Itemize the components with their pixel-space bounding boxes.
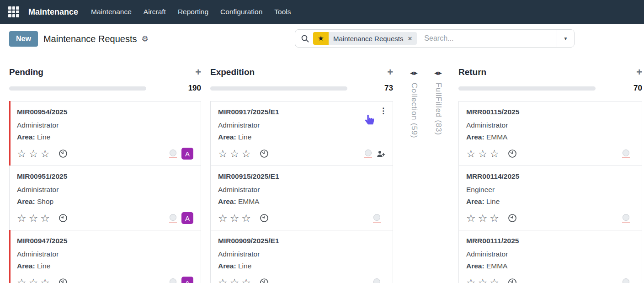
kanban-card[interactable]: MIR00947/2025 Administrator Area: Line ☆… bbox=[9, 230, 201, 283]
priority-stars[interactable]: ☆☆☆ bbox=[218, 149, 253, 159]
apps-grid-icon[interactable] bbox=[8, 6, 19, 17]
card-owner: Engineer bbox=[466, 184, 634, 196]
menu-aircraft[interactable]: Aircraft bbox=[144, 8, 166, 16]
kanban-card[interactable]: MRR00111/2025 Administrator Area: EMMA ☆… bbox=[458, 230, 642, 283]
card-title: MRR00114/2025 bbox=[466, 172, 634, 181]
expand-column-icon[interactable]: ◀▶ bbox=[434, 70, 442, 75]
add-card-button[interactable]: + bbox=[636, 67, 642, 77]
column-count: 73 bbox=[384, 84, 393, 93]
priority-stars[interactable]: ☆☆☆ bbox=[466, 278, 501, 283]
card-title: MIR00947/2025 bbox=[17, 237, 193, 245]
card-title: MIR00917/2025/E1 bbox=[218, 108, 385, 116]
search-facet: ★ Maintenance Requests ✕ bbox=[313, 32, 417, 45]
priority-stars[interactable]: ☆☆☆ bbox=[218, 278, 253, 283]
column-progressbar[interactable] bbox=[458, 86, 596, 91]
priority-stars[interactable]: ☆☆☆ bbox=[218, 213, 253, 224]
add-card-button[interactable]: + bbox=[195, 67, 201, 77]
avatar[interactable]: A bbox=[181, 277, 193, 283]
column-count: 70 bbox=[633, 84, 642, 93]
activity-clock-icon[interactable] bbox=[59, 149, 68, 158]
search-dropdown-toggle[interactable]: ▼ bbox=[557, 30, 574, 47]
kanban-card[interactable]: MRR00115/2025 Administrator Area: EMMA ☆… bbox=[458, 101, 642, 166]
status-circle[interactable] bbox=[622, 150, 630, 158]
column-title: Return bbox=[458, 67, 486, 77]
card-area: Area: EMMA bbox=[466, 260, 634, 272]
card-owner: Administrator bbox=[466, 119, 634, 131]
card-owner: Administrator bbox=[17, 119, 193, 131]
kanban-card[interactable]: MIR00954/2025 Administrator Area: Line ☆… bbox=[9, 101, 201, 166]
column-count: 190 bbox=[188, 84, 201, 93]
menu-configuration[interactable]: Configuration bbox=[220, 8, 262, 16]
card-menu-icon[interactable]: ⋮ bbox=[379, 106, 387, 116]
top-menu: Maintenance Aircraft Reporting Configura… bbox=[91, 8, 291, 16]
card-area: Area: Line bbox=[17, 260, 193, 272]
kanban-column-fullfilled-collapsed[interactable]: ◀▶ FullFilled (83) bbox=[430, 70, 447, 135]
expand-column-icon[interactable]: ◀▶ bbox=[410, 70, 418, 75]
activity-clock-icon[interactable] bbox=[260, 214, 269, 223]
avatar[interactable]: A bbox=[181, 212, 193, 224]
kanban-card[interactable]: MIR00915/2025/E1 Administrator Area: EMM… bbox=[210, 166, 393, 230]
kanban-card[interactable]: MIR00951/2025 Administrator Area: Shop ☆… bbox=[9, 166, 201, 230]
kanban-card[interactable]: MRR00114/2025 Engineer Area: Line ☆☆☆ bbox=[458, 166, 642, 230]
card-area: Area: EMMA bbox=[466, 131, 634, 143]
search-facet-label: Maintenance Requests bbox=[333, 35, 403, 43]
add-card-button[interactable]: + bbox=[387, 67, 393, 77]
status-circle[interactable] bbox=[169, 278, 177, 283]
page-title: Maintenance Requests bbox=[43, 34, 137, 44]
card-area: Area: Line bbox=[218, 131, 385, 143]
column-progressbar[interactable] bbox=[9, 86, 146, 91]
priority-stars[interactable]: ☆☆☆ bbox=[466, 149, 501, 159]
card-owner: Administrator bbox=[218, 248, 385, 260]
status-circle[interactable] bbox=[373, 278, 381, 283]
card-title: MRR00111/2025 bbox=[466, 237, 634, 245]
card-owner: Administrator bbox=[218, 119, 385, 131]
activity-clock-icon[interactable] bbox=[59, 278, 68, 283]
menu-maintenance[interactable]: Maintenance bbox=[91, 8, 132, 16]
activity-clock-icon[interactable] bbox=[508, 278, 517, 283]
status-circle[interactable] bbox=[622, 214, 630, 223]
activity-clock-icon[interactable] bbox=[260, 278, 269, 283]
kanban-card[interactable]: MIR00909/2025/E1 Administrator Area: Lin… bbox=[210, 230, 393, 283]
column-title: Pending bbox=[9, 67, 43, 77]
caret-down-icon: ▼ bbox=[564, 36, 568, 41]
avatar[interactable]: A bbox=[181, 148, 193, 160]
kanban-card[interactable]: ⋮ MIR00917/2025/E1 Administrator Area: L… bbox=[210, 101, 393, 166]
favorite-star-icon: ★ bbox=[313, 32, 329, 45]
menu-tools[interactable]: Tools bbox=[274, 8, 291, 16]
priority-stars[interactable]: ☆☆☆ bbox=[17, 213, 52, 224]
status-circle[interactable] bbox=[169, 214, 177, 223]
app-window: Maintenance Maintenance Aircraft Reporti… bbox=[0, 0, 644, 283]
card-title: MIR00909/2025/E1 bbox=[218, 237, 385, 245]
column-progressbar[interactable] bbox=[210, 86, 347, 91]
priority-stars[interactable]: ☆☆☆ bbox=[466, 213, 501, 224]
app-brand[interactable]: Maintenance bbox=[28, 7, 78, 17]
status-circle[interactable] bbox=[373, 214, 381, 223]
card-owner: Administrator bbox=[218, 184, 385, 196]
status-circle[interactable] bbox=[364, 150, 372, 158]
kanban-column-expedition: Expedition + 73 ⋮ MIR00917/2025/E1 Admin… bbox=[210, 65, 393, 283]
facet-remove-icon[interactable]: ✕ bbox=[407, 35, 412, 42]
activity-clock-icon[interactable] bbox=[508, 214, 517, 223]
search-icon bbox=[301, 35, 309, 43]
search-input[interactable]: Search... bbox=[424, 34, 557, 43]
menu-reporting[interactable]: Reporting bbox=[178, 8, 208, 16]
priority-stars[interactable]: ☆☆☆ bbox=[17, 149, 52, 159]
search-box: ★ Maintenance Requests ✕ Search... ▼ bbox=[295, 29, 575, 48]
assign-user-icon[interactable] bbox=[377, 150, 385, 158]
status-circle[interactable] bbox=[169, 150, 177, 158]
activity-clock-icon[interactable] bbox=[59, 214, 68, 223]
activity-clock-icon[interactable] bbox=[260, 149, 269, 158]
kanban-column-return: Return + 70 MRR00115/2025 Administrator … bbox=[458, 65, 642, 283]
status-circle[interactable] bbox=[622, 278, 630, 283]
card-area: Area: Line bbox=[218, 260, 385, 272]
collapsed-column-label[interactable]: Collection (59) bbox=[410, 83, 419, 138]
kanban-column-collection-collapsed[interactable]: ◀▶ Collection (59) bbox=[406, 70, 422, 138]
activity-clock-icon[interactable] bbox=[508, 149, 517, 158]
card-title: MIR00915/2025/E1 bbox=[218, 172, 385, 181]
card-owner: Administrator bbox=[466, 248, 634, 260]
gear-icon[interactable]: ⚙ bbox=[141, 34, 148, 44]
kanban-board: Pending + 190 MIR00954/2025 Administrato… bbox=[0, 54, 644, 283]
new-button[interactable]: New bbox=[9, 31, 38, 47]
priority-stars[interactable]: ☆☆☆ bbox=[17, 278, 52, 283]
collapsed-column-label[interactable]: FullFilled (83) bbox=[434, 83, 443, 135]
